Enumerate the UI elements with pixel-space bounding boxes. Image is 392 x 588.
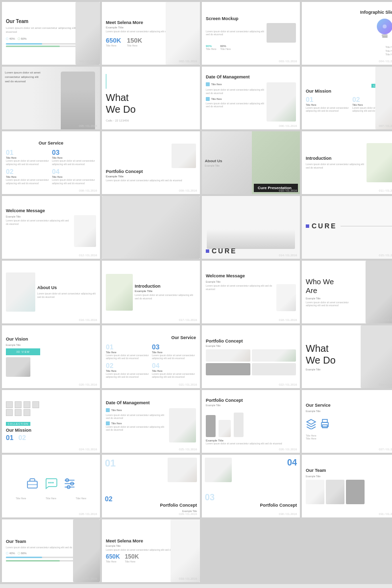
slide-introduction[interactable]: Introduction Lorem ipsum dolor sit amet … [302, 131, 392, 194]
slide-intro-leaves[interactable]: Introduction Example Title Lorem ipsum d… [102, 261, 200, 323]
slide-about-us-room[interactable]: About Us Lorem ipsum dolor sit amet cons… [2, 261, 100, 323]
slide-portfolio-5[interactable]: 03 Portfolio Concept 04 030 / 01.2016 [202, 455, 300, 517]
slide-portfolio[interactable]: Portfolio Concept Example Title Lorem ip… [102, 131, 200, 194]
slide-number: 026 / 01.2016 [279, 448, 297, 451]
layers-icon [306, 418, 317, 429]
room-photo [6, 272, 35, 312]
contact: Calls - 22 123456 [106, 119, 196, 122]
slide-person-photo[interactable]: 013 / 01.2016 [102, 196, 200, 259]
slide-number: 009 / 01.2016 [179, 189, 197, 192]
slide-who-we-are[interactable]: Who WeAre Example Title Lorem ipsum dolo… [302, 261, 392, 323]
stat-icon3: ⬡ [6, 552, 8, 555]
portfolio-img1 [206, 349, 250, 362]
slide-number: 012 / 01.2016 [79, 254, 97, 257]
team-photo3 [346, 480, 365, 504]
pen-img [206, 415, 216, 437]
title-here-label2: Title Here [306, 437, 392, 440]
slide-number: 033 / 01.2016 [179, 577, 197, 580]
slide-title: Date Of Management [106, 400, 196, 405]
slide-our-team-2[interactable]: Our Team Example Title 031 / 01.2016 [302, 455, 392, 517]
briefcase-icon [25, 476, 40, 491]
stat-650k: 650K [106, 37, 121, 44]
mission-02: 02 [19, 434, 26, 441]
num-02-large: 02 [105, 495, 113, 503]
icon-d1 [106, 408, 110, 412]
title-here-1: Title Here [211, 83, 222, 86]
stat-icon: ⬡ [6, 37, 8, 40]
cure-line [341, 226, 392, 226]
slide-date-management[interactable]: Date Of Management Title Here Lorem ipsu… [202, 67, 300, 129]
slide-title: Portfolio Concept [260, 503, 297, 508]
slide-number: 015 / 01.2016 [379, 254, 392, 257]
stat-60: 60% [21, 37, 26, 40]
person-bg: Lorem ipsum dolor sit amet consectetur a… [2, 67, 100, 129]
icon-label1: Title Here [16, 497, 26, 500]
slide-title: Our Service [6, 141, 96, 146]
icon-label2: Title Here [46, 497, 56, 500]
slide-number: 006 / 01.2016 [279, 124, 297, 127]
person-photo3 [361, 325, 392, 388]
slide-what-we-do-2[interactable]: WhatWe Do Example Title 023 / 01.2016 [302, 325, 392, 388]
slide-portfolio-3[interactable]: Portfolio Concept Example Title Example … [202, 390, 300, 453]
cure-dot [206, 249, 209, 253]
plant-photo2 [169, 408, 196, 442]
icon-d2 [106, 421, 110, 425]
svc-03: 03 [52, 148, 96, 156]
info-item-3: Title Here [306, 53, 392, 57]
slide-our-team[interactable]: Our Team Lorem ipsum dolor sit amet cons… [2, 2, 100, 65]
slide-our-service[interactable]: Our Service 01 Title Here Lorem ipsum do… [2, 131, 100, 194]
example-title: Example Title [205, 164, 249, 167]
slide-our-service-icons[interactable]: Our Service Example Title Title Here Tit… [302, 390, 392, 453]
slide-welcome[interactable]: Welcome Message Example Title Lorem ipsu… [2, 196, 100, 259]
stat-40: 40% [9, 37, 15, 40]
icon-item1 [206, 82, 210, 86]
slide-our-team-3[interactable]: Our Team Lorem ipsum dolor sit amet cons… [2, 519, 100, 582]
slide-what-we-do-photo[interactable]: Lorem ipsum dolor sit amet consectetur a… [2, 67, 100, 129]
leaves-photo2 [106, 274, 133, 311]
stat-label-1: Title Here [106, 44, 121, 47]
slide-meet-selena[interactable]: Meet Selena More Example Title Lorem ips… [102, 2, 200, 65]
mini-img5 [6, 409, 13, 416]
slide-title: WhatWe Do [306, 343, 350, 366]
slide-body: Lorem ipsum dolor sit amet consectetur a… [206, 30, 265, 36]
slide-title: Welcome Message [206, 273, 296, 278]
slide-our-vision[interactable]: Our Vision Example Title 3D VIEW 020 / 0… [2, 325, 100, 388]
slide-infographic[interactable]: Infographic Slide Title Here Title Here … [302, 2, 392, 65]
slide-what-we-do-text[interactable]: WhatWe Do Calls - 22 123456 [102, 67, 200, 129]
slide-number: 022 / 01.2016 [279, 383, 297, 386]
slide-meet-selena-2[interactable]: Meet Selena More Example Title Lorem ips… [102, 519, 200, 582]
body: Lorem ipsum dolor sit amet consectetur a… [106, 179, 196, 182]
slide-our-service-2[interactable]: Our Service 01 Title Here Lorem ipsum do… [102, 325, 200, 388]
svc-04: 04 [52, 168, 96, 175]
slide-screen-mockup[interactable]: Screen Mockup Lorem ipsum dolor sit amet… [202, 2, 300, 65]
slide-our-mission-2[interactable]: COLLECTION Our Mission 01 02 024 / 01.20… [2, 390, 100, 453]
slide-title: Infographic Slide [306, 10, 392, 15]
slide-number: 003 / 01.2016 [279, 60, 297, 63]
slide-cure-line-1[interactable]: CURE 015 / 01.2016 [302, 196, 392, 259]
slide-cure-forest-1[interactable]: CURE 014 / 01.2016 [202, 196, 300, 259]
slide-number: 001 / 01.2016 [79, 60, 97, 63]
s-04: 04 [152, 362, 196, 369]
portfolio-photo [168, 458, 197, 482]
mini-img2 [15, 401, 22, 408]
svg-point-11 [52, 482, 54, 484]
portfolio-photo2 [205, 458, 232, 482]
plant-photo [267, 82, 296, 122]
example-title: Example Title [206, 344, 296, 347]
selena-photo [166, 2, 200, 65]
body-1: Lorem ipsum dolor sit amet consectetur a… [206, 88, 265, 95]
example-title: Example Title [106, 175, 196, 178]
slide-service-icons-big[interactable]: Title Here Title Here Title Here 028 / 0… [2, 455, 100, 517]
num-03-large: 03 [205, 492, 215, 503]
slide-title: Our Service [106, 335, 196, 340]
slide-date-mgmt-2[interactable]: Date Of Management Title Here Lorem ipsu… [102, 390, 200, 453]
slide-welcome-2[interactable]: Welcome Message Example Title Lorem ipsu… [202, 261, 300, 323]
settings-icon [62, 476, 77, 491]
slide-title: Portfolio Concept [206, 339, 296, 343]
slide-our-mission[interactable]: COLLECTION Our Mission 01 Title Here Lor… [302, 67, 392, 129]
svg-rect-5 [322, 419, 327, 422]
slide-about-us[interactable]: About Us Example Title Cure Presentation… [202, 131, 300, 194]
slide-number: 013 / 01.2016 [179, 254, 197, 257]
slide-portfolio-2[interactable]: Portfolio Concept Example Title 022 / 01… [202, 325, 300, 388]
slide-portfolio-4[interactable]: 01 Portfolio Concept 02 Example Title 02… [102, 455, 200, 517]
